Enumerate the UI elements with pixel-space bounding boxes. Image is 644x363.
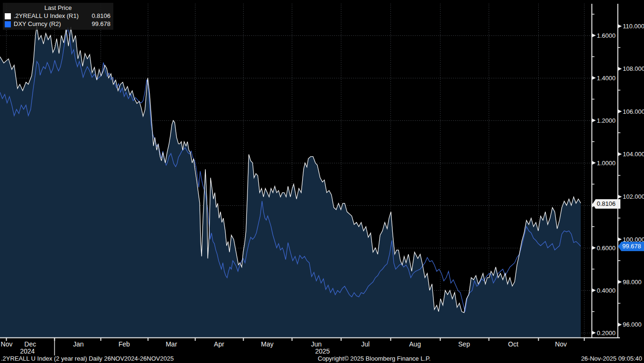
- tick-arrow-icon: [618, 152, 622, 156]
- month-label: Aug: [409, 340, 421, 348]
- month-label: Jul: [361, 340, 370, 348]
- tick-arrow-icon: [618, 110, 622, 113]
- legend-title: Last Price: [5, 4, 111, 12]
- copyright-text: Copyright© 2025 Bloomberg Finance L.P.: [318, 355, 431, 362]
- axis-tick-label: 1.2000: [597, 117, 616, 124]
- area-fill: [0, 26, 581, 338]
- tick-arrow-icon: [618, 280, 622, 284]
- legend-series-label: .2YREALL U Index (R1): [14, 12, 79, 20]
- year-label: 2024: [20, 347, 34, 355]
- month-label: Sep: [458, 340, 470, 348]
- chart-canvas[interactable]: 1.60001.40001.20001.00000.60000.40000.20…: [0, 0, 644, 363]
- axis-tick-label: 0.6000: [597, 245, 616, 252]
- status-bar: .2YREALL U Index (2 year real) Daily 26N…: [0, 355, 644, 363]
- tick-arrow-icon: [618, 67, 622, 71]
- tick-arrow-icon: [592, 76, 596, 80]
- tick-arrow-icon: [618, 237, 622, 241]
- legend-series-label: DXY Curncy (R2): [14, 20, 61, 28]
- month-label: May: [261, 340, 273, 348]
- chart-legend: Last Price .2YREALL U Index (R1) 0.8106 …: [3, 3, 113, 30]
- last-price-tag-r1: 0.8106: [593, 199, 620, 209]
- month-label: Jun: [311, 340, 322, 348]
- year-label: 2025: [315, 347, 330, 355]
- series-swatch-blue-icon: [5, 21, 11, 27]
- tick-arrow-icon: [592, 288, 596, 292]
- month-label: Feb: [119, 340, 130, 348]
- axis-tick-label: 110.000: [623, 23, 644, 30]
- tick-arrow-icon: [592, 331, 596, 335]
- tick-arrow-icon: [618, 25, 622, 28]
- axis-tick-label: 106.000: [623, 108, 644, 115]
- legend-item-2yreall[interactable]: .2YREALL U Index (R1) 0.8106: [5, 12, 111, 20]
- axis-tick-label: 0.2000: [597, 329, 616, 337]
- axis-tick-label: 1.4000: [597, 75, 616, 82]
- tick-arrow-icon: [618, 195, 622, 199]
- axis-tick-label: 102.000: [623, 193, 644, 200]
- axis-tick-label: 108.000: [623, 65, 644, 72]
- legend-item-dxy[interactable]: DXY Curncy (R2) 99.678: [5, 20, 111, 28]
- axis-tick-label: 1.6000: [597, 32, 616, 39]
- last-price-tag-r2: 99.678: [618, 242, 644, 251]
- legend-series-value: 0.8106: [92, 12, 111, 20]
- axis-tick-label: 0.4000: [597, 287, 616, 294]
- legend-series-value: 99.678: [92, 20, 111, 28]
- axis-tick-label: 1.0000: [597, 160, 616, 167]
- axis-tick-label: 96.000: [623, 321, 642, 328]
- series-swatch-white-icon: [5, 13, 11, 19]
- axis-tick-label: 98.000: [623, 279, 642, 286]
- month-label: Mar: [166, 340, 177, 348]
- timestamp: 26-Nov-2025 09:05:40: [581, 355, 642, 362]
- tick-arrow-icon: [592, 34, 596, 37]
- month-label: Dec: [25, 340, 36, 348]
- month-label: Oct: [508, 340, 518, 348]
- month-label: Nov: [555, 340, 567, 348]
- month-label: Apr: [214, 340, 224, 348]
- tick-arrow-icon: [592, 161, 596, 165]
- security-description: .2YREALL U Index (2 year real) Daily 26N…: [1, 355, 174, 362]
- tick-arrow-icon: [592, 118, 596, 122]
- axis-tick-label: 104.000: [623, 151, 644, 158]
- tick-arrow-icon: [592, 246, 596, 250]
- tick-arrow-icon: [618, 323, 622, 327]
- bloomberg-chart-window: 1.60001.40001.20001.00000.60000.40000.20…: [0, 0, 644, 363]
- month-label: Jan: [73, 340, 84, 348]
- month-label: Nov: [1, 340, 13, 348]
